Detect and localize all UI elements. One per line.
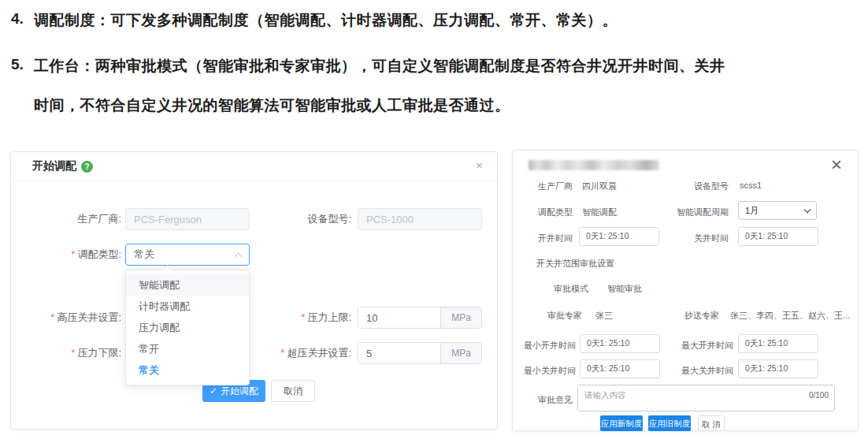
required-mark: *: [71, 248, 75, 260]
approval-expert-value: 张三: [595, 310, 613, 322]
chevron-up-icon: [235, 252, 243, 260]
required-mark: *: [71, 347, 75, 359]
approval-mode-label: 审批模式: [529, 283, 588, 295]
dispatch-type-select[interactable]: 常关: [125, 244, 250, 266]
device-model-label: 设备型号:: [247, 208, 351, 230]
char-counter: 0/100: [809, 391, 829, 400]
dispatch-type-dropdown: 智能调配 计时器调配 压力调配 常开 常关: [125, 270, 250, 385]
approval-dialog: × 生产厂商 四川双晨 设备型号 scss1 调配类型 智能调配 智能调配周期 …: [512, 150, 859, 431]
close-time-label: 关井时间: [669, 233, 729, 244]
approval-mode-value: 智能审批: [607, 283, 642, 295]
dialog-title: 开始调配: [32, 159, 76, 173]
close-icon[interactable]: ×: [476, 159, 483, 171]
required-mark: *: [280, 347, 284, 359]
manufacturer-label: 生产厂商:: [11, 208, 121, 230]
dropdown-option-timer[interactable]: 计时器调配: [126, 296, 249, 317]
list-item-5-number: 5.: [11, 56, 24, 73]
dropdown-option-always-closed[interactable]: 常关: [126, 359, 249, 381]
close-time-input[interactable]: [738, 227, 818, 246]
close-icon[interactable]: ×: [831, 155, 842, 174]
start-dispatch-dialog: 开始调配 ? × 生产厂商: 设备型号: *调配类型: 常关 *高压关井设置: …: [10, 151, 498, 430]
apply-new-policy-button[interactable]: 应用新制度: [600, 415, 643, 431]
device-model-value: scss1: [740, 181, 762, 190]
pressure-upper-unit: MPa: [440, 307, 481, 328]
hp-close-setting-label: *高压关井设置:: [11, 307, 121, 329]
list-item-4-number: 4.: [11, 10, 24, 28]
list-item-5-text-line1: 工作台：两种审批模式（智能审批和专家审批），可自定义智能调配制度是否符合井况开井…: [34, 56, 725, 76]
pressure-upper-label: *压力上限:: [247, 307, 351, 329]
max-open-time-input[interactable]: [738, 334, 818, 353]
redacted-dialog-title: [529, 160, 659, 170]
required-mark: *: [301, 311, 305, 323]
overpressure-close-unit: MPa: [440, 343, 481, 363]
section-title: 开关井范围审批设置: [536, 258, 614, 270]
device-model-input: [358, 208, 482, 230]
manufacturer-label: 生产厂商: [513, 181, 573, 192]
overpressure-close-label: *超压关井设置:: [247, 342, 351, 364]
dispatch-type-label: 调配类型: [513, 207, 573, 218]
max-close-time-input[interactable]: [738, 359, 818, 378]
pressure-upper-input[interactable]: [358, 307, 440, 328]
required-mark: *: [50, 311, 54, 323]
dropdown-option-pressure[interactable]: 压力调配: [126, 317, 249, 338]
approval-opinion-label: 审批意见: [513, 394, 573, 406]
chevron-down-icon: [804, 206, 811, 212]
pressure-upper-field: MPa: [358, 307, 482, 329]
min-open-time-input[interactable]: [580, 334, 660, 353]
dispatch-type-label: *调配类型:: [11, 244, 121, 266]
open-time-input[interactable]: [579, 227, 659, 246]
dropdown-option-always-open[interactable]: 常开: [126, 338, 249, 359]
device-model-label: 设备型号: [669, 181, 729, 192]
smart-cycle-value: 1月: [745, 205, 805, 217]
max-close-time-label: 最大关井时间: [670, 365, 733, 377]
overpressure-close-input[interactable]: [358, 343, 440, 363]
list-item-5-text-line2: 时间，不符合自定义井况的智能算法可智能审批或人工审批是否通过。: [34, 95, 510, 116]
dropdown-caret: [162, 265, 172, 275]
max-open-time-label: 最大开井时间: [670, 340, 733, 352]
overpressure-close-field: MPa: [358, 342, 482, 364]
min-close-time-label: 最小关井时间: [513, 365, 576, 377]
smart-cycle-select[interactable]: 1月: [738, 201, 817, 220]
approval-opinion-textarea[interactable]: [578, 385, 834, 411]
dropdown-option-smart[interactable]: 智能调配: [126, 274, 249, 296]
cancel-button[interactable]: 取 消: [698, 415, 725, 431]
dialog-header: 开始调配 ?: [11, 152, 497, 181]
cc-experts-label: 抄送专家: [662, 310, 719, 322]
check-icon: ✓: [210, 385, 217, 396]
cancel-button[interactable]: 取消: [271, 380, 315, 402]
open-time-label: 开井时间: [513, 233, 573, 244]
manufacturer-value: 四川双晨: [582, 181, 617, 192]
smart-cycle-label: 智能调配周期: [669, 207, 729, 218]
dispatch-type-value: 常关: [134, 248, 236, 262]
approval-opinion-field: 0/100: [577, 385, 835, 411]
manufacturer-input: [125, 208, 250, 230]
help-question-icon[interactable]: ?: [81, 161, 93, 173]
dispatch-type-value: 智能调配: [582, 207, 617, 218]
pressure-lower-label: *压力下限:: [11, 342, 121, 364]
approval-expert-label: 审批专家: [513, 310, 582, 322]
apply-old-policy-button[interactable]: 应用旧制度: [648, 415, 691, 431]
min-open-time-label: 最小开井时间: [513, 340, 576, 352]
cc-experts-value: 张三、李四、王五、赵六、王...: [730, 310, 855, 322]
min-close-time-input[interactable]: [580, 359, 660, 378]
list-item-4-text: 调配制度：可下发多种调配制度（智能调配、计时器调配、压力调配、常开、常关）。: [34, 10, 618, 31]
